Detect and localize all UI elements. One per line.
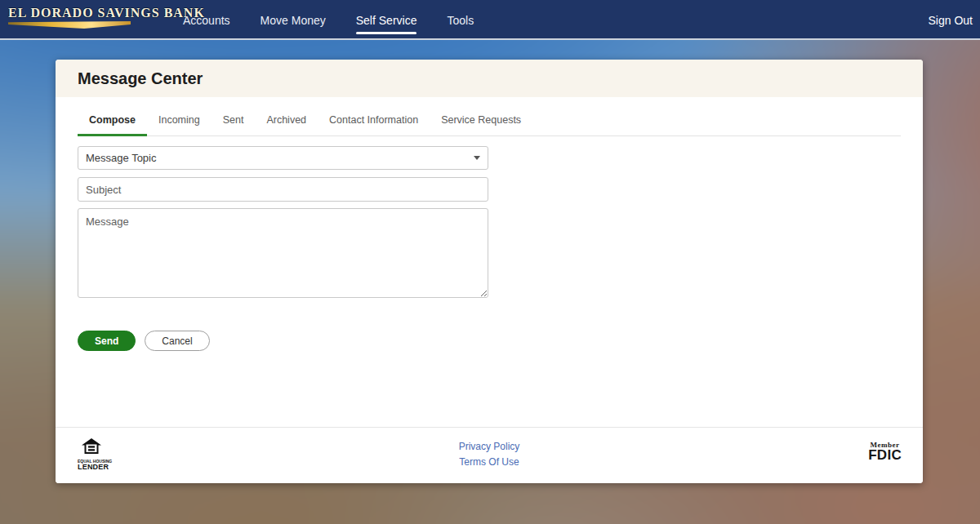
tab-contact-information[interactable]: Contact Information <box>318 97 430 136</box>
top-navbar: EL DORADO SAVINGS BANK Accounts Move Mon… <box>0 0 980 40</box>
cancel-button[interactable]: Cancel <box>145 331 209 351</box>
form-actions: Send Cancel <box>78 331 901 351</box>
subject-input[interactable] <box>78 177 488 202</box>
nav-item-move-money[interactable]: Move Money <box>261 1 326 40</box>
nav-item-tools[interactable]: Tools <box>447 1 474 40</box>
send-button[interactable]: Send <box>78 331 136 351</box>
bank-logo[interactable]: EL DORADO SAVINGS BANK <box>8 6 132 29</box>
tab-archived[interactable]: Archived <box>255 97 318 136</box>
message-center-tabs: Compose Incoming Sent Archived Contact I… <box>78 97 901 136</box>
bank-logo-swoosh <box>8 21 131 29</box>
compose-form: Message Topic <box>78 146 488 298</box>
message-center-card: Message Center Compose Incoming Sent Arc… <box>56 60 923 483</box>
card-header: Message Center <box>56 60 923 97</box>
message-topic-select-value: Message Topic <box>86 152 156 164</box>
bank-logo-text: EL DORADO SAVINGS BANK <box>8 6 132 20</box>
message-topic-select[interactable]: Message Topic <box>78 146 488 170</box>
card-footer: EQUAL HOUSING LENDER Member FDIC Privacy… <box>56 427 923 483</box>
page-title: Message Center <box>78 69 203 88</box>
primary-nav: Accounts Move Money Self Service Tools <box>183 0 474 40</box>
tab-incoming[interactable]: Incoming <box>147 97 212 136</box>
tab-sent[interactable]: Sent <box>212 97 256 136</box>
terms-of-use-link[interactable]: Terms Of Use <box>56 455 923 470</box>
footer-links: Privacy Policy Terms Of Use <box>56 439 923 469</box>
tab-service-requests[interactable]: Service Requests <box>430 97 532 136</box>
nav-item-accounts[interactable]: Accounts <box>183 1 230 40</box>
tab-compose[interactable]: Compose <box>78 97 147 136</box>
message-textarea[interactable] <box>78 208 488 298</box>
sign-out-button[interactable]: Sign Out <box>929 0 973 40</box>
chevron-down-icon <box>474 156 480 160</box>
nav-item-self-service[interactable]: Self Service <box>356 1 417 40</box>
privacy-policy-link[interactable]: Privacy Policy <box>56 439 923 455</box>
